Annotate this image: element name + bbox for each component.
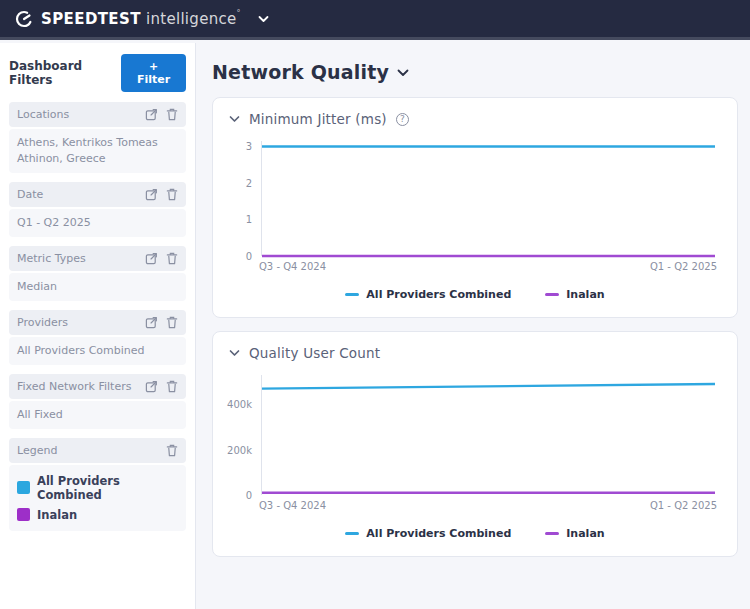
- y-axis-tick: 400k: [227, 399, 252, 410]
- plot-area: [261, 141, 715, 256]
- legend-label: Legend: [17, 444, 57, 457]
- legend-color-swatch: [17, 481, 30, 494]
- legend-color-swatch: [17, 508, 30, 521]
- delete-icon[interactable]: [166, 252, 178, 265]
- legend-dash-icon: [545, 532, 559, 535]
- x-axis-label-start: Q3 - Q4 2024: [259, 500, 326, 511]
- filter-label: Metric Types: [17, 252, 86, 265]
- brand-trademark: °: [237, 9, 241, 18]
- filter-value: All Fixed: [9, 401, 186, 429]
- delete-icon[interactable]: [166, 108, 178, 121]
- filter-value: All Providers Combined: [9, 337, 186, 365]
- info-icon[interactable]: ?: [396, 113, 409, 126]
- brand-primary: SPEEDTEST: [41, 10, 141, 28]
- edit-icon[interactable]: [145, 252, 158, 265]
- y-axis: 0200k400k: [229, 375, 259, 495]
- chart-title: Quality User Count: [249, 345, 380, 361]
- legend-dash-icon: [545, 293, 559, 296]
- app-header: SPEEDTEST intelligence°: [0, 0, 750, 40]
- sidebar-legend-item: All Providers Combined: [17, 471, 178, 505]
- y-axis-tick: 1: [246, 214, 252, 225]
- legend-dash-icon: [345, 532, 359, 535]
- y-axis-tick: 200k: [227, 444, 252, 455]
- legend-entry-inalan[interactable]: Inalan: [545, 288, 604, 301]
- page-title-dropdown[interactable]: Network Quality: [212, 61, 738, 83]
- legend-item-name: Inalan: [37, 508, 77, 522]
- filter-group-metric-types: Metric Types Median: [9, 246, 186, 301]
- legend-item-name: All Providers Combined: [37, 474, 178, 502]
- filter-label: Fixed Network Filters: [17, 380, 131, 393]
- x-axis-label-end: Q1 - Q2 2025: [650, 261, 717, 272]
- y-axis-tick: 3: [246, 141, 252, 152]
- plot-area: [261, 375, 715, 495]
- filter-group-legend: Legend All Providers Combined Inalan: [9, 438, 186, 531]
- filter-group-date: Date Q1 - Q2 2025: [9, 182, 186, 237]
- edit-icon[interactable]: [145, 188, 158, 201]
- filter-label: Locations: [17, 108, 69, 121]
- delete-icon[interactable]: [166, 380, 178, 393]
- filter-group-fixed-network: Fixed Network Filters All Fixed: [9, 374, 186, 429]
- x-axis: Q3 - Q4 2024 Q1 - Q2 2025: [259, 500, 717, 511]
- x-axis-label-start: Q3 - Q4 2024: [259, 261, 326, 272]
- brand-secondary: intelligence: [146, 10, 237, 28]
- chart-card-quality-user-count: Quality User Count 0200k400k Q3 - Q4 202…: [212, 331, 738, 557]
- legend-entry-inalan[interactable]: Inalan: [545, 527, 604, 540]
- filter-label: Providers: [17, 316, 68, 329]
- line-chart-quality-user-count: 0200k400k: [229, 375, 721, 495]
- filter-group-providers: Providers All Providers Combined: [9, 310, 186, 365]
- brand-dropdown-chevron-icon[interactable]: [258, 15, 269, 23]
- collapse-chevron-icon[interactable]: [229, 115, 240, 123]
- chevron-down-icon[interactable]: [397, 68, 409, 77]
- edit-icon[interactable]: [145, 380, 158, 393]
- delete-icon[interactable]: [166, 188, 178, 201]
- y-axis: 0123: [229, 141, 259, 256]
- filter-value: Median: [9, 273, 186, 301]
- add-filter-button[interactable]: + Filter: [121, 54, 186, 92]
- chart-title: Minimum Jitter (ms): [249, 111, 387, 127]
- delete-icon[interactable]: [166, 316, 178, 329]
- edit-icon[interactable]: [145, 316, 158, 329]
- y-axis-tick: 0: [246, 251, 252, 262]
- y-axis-tick: 0: [246, 490, 252, 501]
- delete-icon[interactable]: [166, 444, 178, 457]
- filter-group-locations: Locations Athens, Kentrikos Tomeas Athin…: [9, 102, 186, 173]
- chart-card-minimum-jitter: Minimum Jitter (ms) ? 0123 Q3 - Q4 2024 …: [212, 97, 738, 318]
- filter-value: Athens, Kentrikos Tomeas Athinon, Greece: [9, 129, 186, 173]
- main-content: Network Quality Minimum Jitter (ms) ? 01…: [197, 43, 750, 609]
- series-line: [262, 384, 715, 389]
- brand-menu[interactable]: SPEEDTEST intelligence°: [14, 9, 269, 29]
- legend-dash-icon: [345, 293, 359, 296]
- chart-legend: All Providers Combined Inalan: [229, 288, 721, 301]
- edit-icon[interactable]: [145, 108, 158, 121]
- sidebar-title: Dashboard Filters: [9, 59, 121, 87]
- filters-sidebar: Dashboard Filters + Filter Locations Ath…: [0, 43, 196, 609]
- collapse-chevron-icon[interactable]: [229, 349, 240, 357]
- y-axis-tick: 2: [246, 177, 252, 188]
- x-axis: Q3 - Q4 2024 Q1 - Q2 2025: [259, 261, 717, 272]
- page: { "header": { "brand_primary": "SPEEDTES…: [0, 0, 750, 609]
- line-chart-minimum-jitter: 0123: [229, 141, 721, 256]
- filter-label: Date: [17, 188, 43, 201]
- chart-legend: All Providers Combined Inalan: [229, 527, 721, 540]
- filter-value: Q1 - Q2 2025: [9, 209, 186, 237]
- legend-entry-all-providers[interactable]: All Providers Combined: [345, 527, 511, 540]
- sidebar-legend-item: Inalan: [17, 505, 178, 525]
- speedtest-logo-icon: [14, 9, 34, 29]
- x-axis-label-end: Q1 - Q2 2025: [650, 500, 717, 511]
- legend-entry-all-providers[interactable]: All Providers Combined: [345, 288, 511, 301]
- page-title: Network Quality: [212, 61, 389, 83]
